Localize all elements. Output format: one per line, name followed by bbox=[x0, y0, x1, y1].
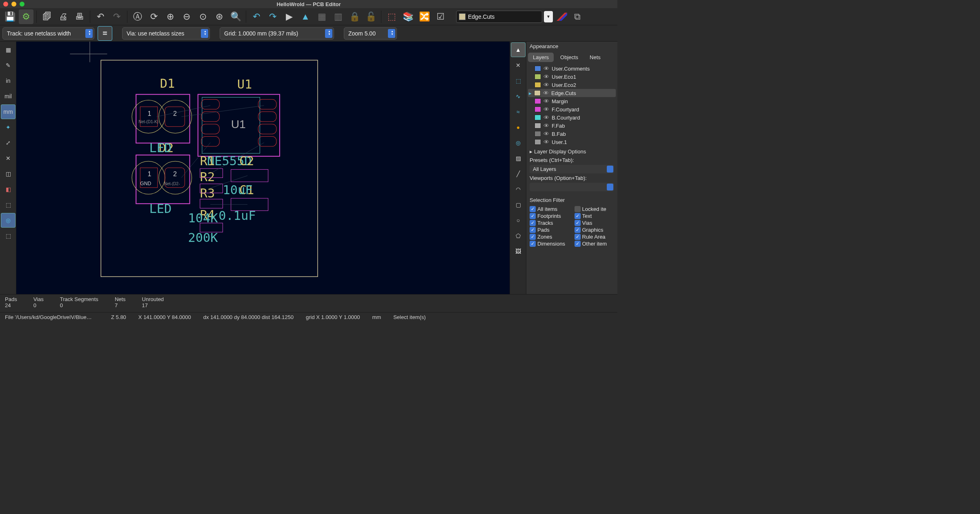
draw-polygon-icon[interactable]: ⬠ bbox=[511, 228, 526, 243]
layer-row[interactable]: ▸👁Edge.Cuts bbox=[528, 89, 616, 97]
zoom-in-icon[interactable]: ⊕ bbox=[163, 9, 178, 24]
layer-color-swatch[interactable] bbox=[535, 82, 541, 88]
add-zone-icon[interactable]: ▨ bbox=[511, 151, 526, 166]
zoom-dropdown[interactable]: Zoom 5.00▲▼ bbox=[344, 27, 397, 40]
filter-footprints-checkbox[interactable]: ✓ bbox=[530, 213, 536, 219]
lock-icon[interactable]: 🔒 bbox=[347, 9, 362, 24]
zoom-fit-icon[interactable]: ⊙ bbox=[196, 9, 210, 24]
zoom-selection-icon[interactable]: 🔍 bbox=[228, 9, 243, 24]
layer-row[interactable]: 👁User.Eco1 bbox=[528, 73, 616, 81]
via-display-icon[interactable]: ◎ bbox=[1, 213, 16, 228]
filter-graphics-checkbox[interactable]: ✓ bbox=[575, 227, 581, 233]
presets-dropdown[interactable]: All Layers bbox=[530, 165, 614, 173]
highlight-net-icon[interactable]: ✕ bbox=[511, 58, 526, 73]
cursor-shape-icon[interactable]: ✦ bbox=[1, 120, 16, 135]
filter-pads-checkbox[interactable]: ✓ bbox=[530, 227, 536, 233]
layer-row[interactable]: 👁Margin bbox=[528, 97, 616, 105]
zoom-window[interactable] bbox=[20, 2, 24, 7]
layer-color-swatch[interactable] bbox=[534, 90, 541, 96]
tab-layers[interactable]: Layers bbox=[528, 53, 554, 62]
layer-dropdown-button[interactable]: ▼ bbox=[544, 11, 553, 22]
visibility-eye-icon[interactable]: 👁 bbox=[543, 139, 549, 145]
page-settings-icon[interactable]: 🗐 bbox=[40, 9, 54, 24]
rotate-ccw-icon[interactable]: ↶ bbox=[249, 9, 264, 24]
group-icon[interactable]: ▦ bbox=[314, 9, 329, 24]
filter-zones-checkbox[interactable]: ✓ bbox=[530, 234, 536, 240]
ungroup-icon[interactable]: ▥ bbox=[331, 9, 345, 24]
select-tool-icon[interactable]: ▲ bbox=[511, 42, 526, 57]
filter-other-checkbox[interactable]: ✓ bbox=[575, 241, 581, 247]
grid-toggle-icon[interactable]: ▦ bbox=[1, 42, 16, 57]
grid-dropdown[interactable]: Grid: 1.0000 mm (39.37 mils)▲▼ bbox=[220, 27, 334, 40]
unit-mil-button[interactable]: mil bbox=[1, 89, 16, 104]
filter-vias-checkbox[interactable]: ✓ bbox=[575, 220, 581, 226]
route-track-icon[interactable]: ∿ bbox=[511, 89, 526, 104]
visibility-eye-icon[interactable]: 👁 bbox=[543, 122, 549, 129]
update-pcb-icon[interactable]: 🔀 bbox=[417, 9, 432, 24]
add-image-icon[interactable]: 🖼 bbox=[511, 244, 526, 259]
layer-color-swatch[interactable] bbox=[535, 98, 541, 104]
tab-nets[interactable]: Nets bbox=[585, 53, 606, 62]
layer-row[interactable]: 👁User.Comments bbox=[528, 64, 616, 73]
track-display-icon[interactable]: ⬚ bbox=[1, 228, 16, 243]
layer-color-swatch[interactable] bbox=[535, 131, 541, 137]
drc-icon[interactable]: ☑ bbox=[433, 9, 448, 24]
draw-arc-icon[interactable]: ◠ bbox=[511, 182, 526, 197]
filter-dimensions-checkbox[interactable]: ✓ bbox=[530, 241, 536, 247]
layer-color-swatch[interactable] bbox=[535, 66, 541, 71]
layer-color-swatch[interactable] bbox=[535, 74, 541, 80]
visibility-eye-icon[interactable]: 👁 bbox=[543, 73, 549, 80]
draw-line-icon[interactable]: ╱ bbox=[511, 166, 526, 181]
via-size-dropdown[interactable]: Via: use netclass sizes▲▼ bbox=[122, 27, 210, 40]
filter-rule-checkbox[interactable]: ✓ bbox=[575, 234, 581, 240]
place-footprint-icon[interactable]: ⬚ bbox=[511, 73, 526, 88]
board-setup-icon[interactable]: ⚙ bbox=[19, 9, 33, 24]
add-via-icon[interactable]: ◎ bbox=[511, 135, 526, 150]
unit-in-button[interactable]: in bbox=[1, 73, 16, 88]
footprint-library-icon[interactable]: 📚 bbox=[401, 9, 415, 24]
undo-icon[interactable]: ↶ bbox=[93, 9, 108, 24]
draw-circle-icon[interactable]: ○ bbox=[511, 213, 526, 228]
mirror-h-icon[interactable]: ▶ bbox=[282, 9, 296, 24]
tab-objects[interactable]: Objects bbox=[555, 53, 583, 62]
visibility-eye-icon[interactable]: 👁 bbox=[543, 98, 549, 104]
layer-color-swatch[interactable] bbox=[535, 115, 541, 120]
ratsnest-curved-icon[interactable]: ✕ bbox=[1, 151, 16, 166]
layer-row[interactable]: 👁User.Eco2 bbox=[528, 81, 616, 89]
plot-icon[interactable]: 🖶 bbox=[72, 9, 87, 24]
print-icon[interactable]: 🖨 bbox=[56, 9, 71, 24]
zone-outline-icon[interactable]: ◧ bbox=[1, 182, 16, 197]
unlock-icon[interactable]: 🔓 bbox=[363, 9, 378, 24]
route-diff-pair-icon[interactable]: ≈ bbox=[511, 104, 526, 119]
close-window[interactable] bbox=[3, 2, 8, 7]
layer-pair-icon[interactable] bbox=[555, 11, 568, 23]
layer-selector-input[interactable] bbox=[468, 13, 539, 20]
auto-track-width-icon[interactable]: 〓 bbox=[98, 26, 112, 41]
layer-color-swatch[interactable] bbox=[535, 123, 541, 128]
filter-tracks-checkbox[interactable]: ✓ bbox=[530, 220, 536, 226]
save-icon[interactable]: 💾 bbox=[2, 9, 17, 24]
layer-selector[interactable] bbox=[456, 11, 542, 23]
zoom-fit-objects-icon[interactable]: ⊛ bbox=[212, 9, 227, 24]
minimize-window[interactable] bbox=[11, 2, 16, 7]
layer-display-options[interactable]: ▸ Layer Display Options bbox=[526, 147, 617, 156]
visibility-eye-icon[interactable]: 👁 bbox=[543, 82, 549, 88]
footprint-editor-icon[interactable]: ⬚ bbox=[384, 9, 399, 24]
status-unit[interactable]: mm bbox=[372, 314, 381, 320]
mirror-v-icon[interactable]: ▲ bbox=[298, 9, 313, 24]
layer-row[interactable]: 👁F.Fab bbox=[528, 122, 616, 130]
visibility-eye-icon[interactable]: 👁 bbox=[543, 65, 549, 72]
zoom-out-icon[interactable]: ⊖ bbox=[179, 9, 194, 24]
visibility-eye-icon[interactable]: 👁 bbox=[543, 114, 549, 121]
rotate-cw-icon[interactable]: ↷ bbox=[265, 9, 280, 24]
visibility-eye-icon[interactable]: 👁 bbox=[543, 106, 549, 113]
pad-display-icon[interactable]: ⬚ bbox=[1, 197, 16, 212]
layer-row[interactable]: 👁User.1 bbox=[528, 138, 616, 146]
find-icon[interactable]: Ⓐ bbox=[130, 9, 145, 24]
polar-coords-icon[interactable]: ✎ bbox=[1, 58, 16, 73]
layer-list[interactable]: 👁User.Comments👁User.Eco1👁User.Eco2▸👁Edge… bbox=[526, 64, 617, 147]
pcb-canvas[interactable]: D1 1 2 Net-(D1-K) D2 1 2 GND Net-(D2- LE… bbox=[16, 42, 510, 294]
ratsnest-toggle-icon[interactable]: ⤢ bbox=[1, 135, 16, 150]
refresh-icon[interactable]: ⟳ bbox=[147, 9, 161, 24]
filter-all-checkbox[interactable]: ✓ bbox=[530, 206, 536, 212]
